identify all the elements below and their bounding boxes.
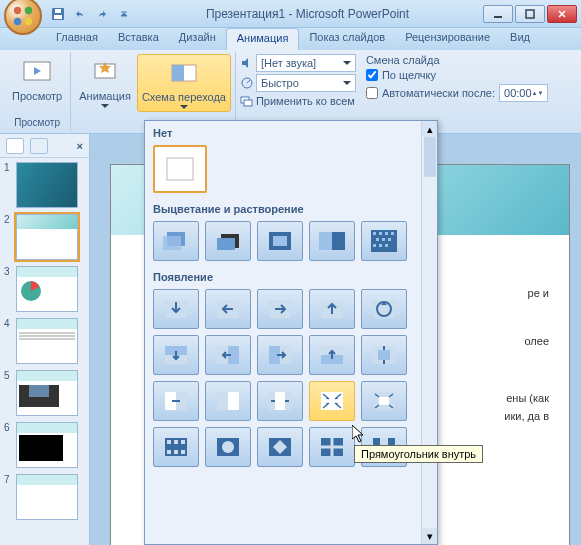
qat-customize-icon[interactable] [114,4,134,24]
transition-item[interactable] [153,289,199,329]
transition-item[interactable] [153,335,199,375]
auto-time-spinner[interactable]: 00:00▲▼ [499,84,548,102]
outline-tab-icon[interactable] [30,138,48,154]
slide-thumb[interactable]: 1 [4,162,85,208]
svg-rect-52 [378,350,390,360]
group-preview-label: Просмотр [14,116,60,129]
slide-thumb[interactable]: 4 [4,318,85,364]
slide-thumb[interactable]: 5 [4,370,85,416]
slide-thumb[interactable]: 6 [4,422,85,468]
svg-rect-6 [55,9,61,13]
svg-rect-61 [379,397,389,405]
svg-rect-31 [376,238,379,241]
office-button[interactable] [4,0,42,35]
slides-tab-icon[interactable] [6,138,24,154]
svg-rect-23 [273,236,287,246]
transition-item[interactable] [205,427,251,467]
tab-slideshow[interactable]: Показ слайдов [299,28,395,50]
transition-item[interactable] [309,335,355,375]
svg-rect-33 [388,238,391,241]
transition-gallery: Нет Выцветание и растворение Появление [144,120,438,545]
svg-rect-29 [385,232,388,235]
auto-after-checkbox[interactable]: Автоматически после: 00:00▲▼ [366,84,549,102]
tab-home[interactable]: Главная [46,28,108,50]
svg-point-1 [25,6,32,13]
tab-insert[interactable]: Вставка [108,28,169,50]
svg-rect-15 [244,100,252,106]
transition-icon [168,57,200,89]
chevron-down-icon [180,105,188,109]
scroll-up-icon[interactable]: ▴ [422,121,438,137]
svg-rect-35 [379,244,382,247]
transition-item[interactable] [205,381,251,421]
svg-rect-5 [54,15,62,19]
transition-item[interactable] [257,427,303,467]
svg-point-3 [25,17,32,24]
slide-thumb[interactable]: 2 [4,214,85,260]
svg-rect-64 [174,440,178,444]
pane-close-button[interactable]: × [77,140,83,152]
transition-item[interactable] [257,221,303,261]
svg-rect-19 [163,236,181,250]
svg-rect-65 [181,440,185,444]
svg-rect-27 [373,232,376,235]
svg-rect-68 [181,450,185,454]
preview-button[interactable]: Просмотр [8,54,66,104]
redo-icon[interactable] [92,4,112,24]
transition-item[interactable] [205,289,251,329]
window-title: Презентация1 - Microsoft PowerPoint [134,7,481,21]
gallery-section-wipe: Появление [153,267,429,287]
maximize-button[interactable] [515,5,545,23]
transition-item[interactable] [361,381,407,421]
transition-item[interactable] [309,221,355,261]
svg-rect-25 [319,232,332,250]
transition-speed-select[interactable]: Быстро [240,74,356,92]
transition-item[interactable] [361,335,407,375]
svg-rect-30 [391,232,394,235]
chevron-down-icon [101,104,109,108]
transition-sound-select[interactable]: [Нет звука] [240,54,356,72]
svg-rect-28 [379,232,382,235]
tab-design[interactable]: Дизайн [169,28,226,50]
scroll-down-icon[interactable]: ▾ [422,528,438,544]
transition-item[interactable] [361,289,407,329]
svg-rect-34 [373,244,376,247]
scroll-thumb[interactable] [424,137,436,177]
transition-scheme-button[interactable]: Схема перехода [137,54,231,112]
minimize-button[interactable] [483,5,513,23]
transition-box-in[interactable] [309,381,355,421]
transition-item[interactable] [361,221,407,261]
transition-item[interactable] [257,335,303,375]
close-button[interactable] [547,5,577,23]
gallery-section-none: Нет [153,123,429,143]
svg-rect-7 [494,16,502,18]
transition-item[interactable] [309,289,355,329]
transition-item[interactable] [309,427,355,467]
slide-thumb[interactable]: 7 [4,474,85,520]
slide-thumb[interactable]: 3 [4,266,85,312]
transition-none[interactable] [153,145,207,193]
gallery-section-fade: Выцветание и растворение [153,199,429,219]
transition-item[interactable] [205,335,251,375]
slide-change-label: Смена слайда [366,54,549,66]
tab-animation[interactable]: Анимация [226,28,300,50]
apply-to-all-button[interactable]: Применить ко всем [240,94,356,108]
speed-icon [240,76,254,90]
tab-review[interactable]: Рецензирование [395,28,500,50]
animation-dropdown[interactable]: Анимация [75,54,135,112]
tooltip: Прямоугольник внутрь [354,445,483,463]
transition-item[interactable] [153,427,199,467]
save-icon[interactable] [48,4,68,24]
gallery-scrollbar[interactable]: ▴ ▾ [421,121,437,544]
svg-rect-67 [174,450,178,454]
undo-icon[interactable] [70,4,90,24]
animation-icon [89,56,121,88]
transition-item[interactable] [257,381,303,421]
svg-rect-56 [228,392,239,410]
transition-item[interactable] [205,221,251,261]
transition-item[interactable] [153,221,199,261]
on-click-checkbox[interactable]: По щелчку [366,69,549,81]
tab-view[interactable]: Вид [500,28,540,50]
transition-item[interactable] [257,289,303,329]
transition-item[interactable] [153,381,199,421]
